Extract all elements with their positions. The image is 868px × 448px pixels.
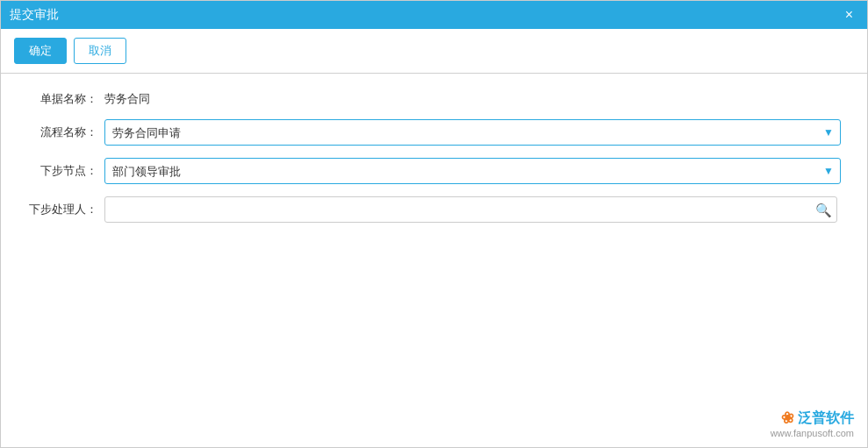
next-handler-row: 下步处理人： 🔍 [27, 196, 841, 223]
close-button[interactable]: × [840, 6, 858, 24]
document-name-label: 单据名称： [27, 91, 97, 107]
confirm-button[interactable]: 确定 [14, 38, 67, 64]
brand-name: ❀ 泛普软件 [781, 409, 854, 428]
brand-footer: ❀ 泛普软件 www.fanpusoft.com [771, 409, 854, 438]
next-handler-input[interactable] [104, 196, 837, 223]
next-handler-input-container: 🔍 [104, 196, 837, 223]
next-node-row: 下步节点： 部门领导审批 ▼ [27, 158, 841, 184]
next-node-select-container: 部门领导审批 ▼ [104, 158, 841, 184]
process-name-row: 流程名称： 劳务合同申请 ▼ [27, 119, 841, 146]
dialog-body: 单据名称： 劳务合同 流程名称： 劳务合同申请 ▼ 下步节点： 部门领导审批 ▼ [1, 74, 867, 447]
dialog-title: 提交审批 [10, 7, 59, 23]
next-node-label: 下步节点： [27, 163, 97, 179]
next-node-select[interactable]: 部门领导审批 [104, 158, 841, 184]
brand-name-text: 泛普软件 [798, 409, 854, 428]
document-name-value: 劳务合同 [104, 91, 150, 107]
dialog-toolbar: 确定 取消 [1, 29, 867, 74]
brand-url: www.fanpusoft.com [771, 428, 854, 438]
brand-icon: ❀ [779, 408, 796, 429]
dialog-titlebar: 提交审批 × [1, 1, 867, 29]
document-name-row: 单据名称： 劳务合同 [27, 91, 841, 107]
process-name-select[interactable]: 劳务合同申请 [104, 119, 841, 146]
submit-approval-dialog: 提交审批 × 确定 取消 单据名称： 劳务合同 流程名称： 劳务合同申请 ▼ 下… [0, 0, 868, 448]
process-name-select-container: 劳务合同申请 ▼ [104, 119, 841, 146]
brand-logo: ❀ 泛普软件 www.fanpusoft.com [771, 409, 854, 438]
cancel-button[interactable]: 取消 [74, 38, 126, 64]
search-icon[interactable]: 🔍 [815, 203, 832, 217]
process-name-label: 流程名称： [27, 124, 97, 140]
next-handler-label: 下步处理人： [27, 202, 97, 217]
